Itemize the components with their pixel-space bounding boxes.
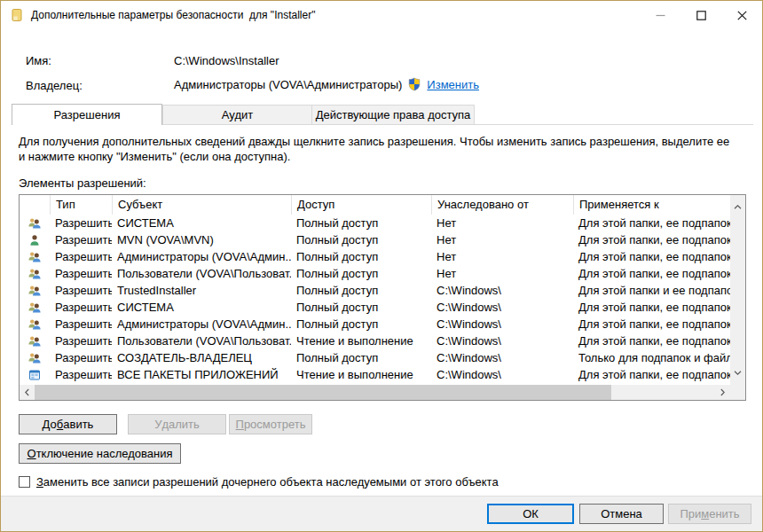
permissions-table: Тип Субъект Доступ Унаследовано от Приме… xyxy=(19,194,746,401)
name-value: C:\Windows\Installer xyxy=(174,54,279,67)
cancel-button[interactable]: Отмена xyxy=(579,504,664,524)
tab-auditing[interactable]: Аудит xyxy=(162,105,312,125)
table-header: Тип Субъект Доступ Унаследовано от Приме… xyxy=(20,195,730,215)
tab-effective-access[interactable]: Действующие права доступа xyxy=(311,105,475,125)
advanced-security-settings-dialog: Дополнительные параметры безопасности дл… xyxy=(0,0,763,532)
group-icon xyxy=(20,265,50,282)
scrollbar-corner xyxy=(730,385,745,400)
header-access[interactable]: Доступ xyxy=(291,195,431,215)
table-row[interactable]: РазрешитьВСЕ ПАКЕТЫ ПРИЛОЖЕНИЙЧтение и в… xyxy=(20,366,730,383)
replace-permissions-label: Заменить все записи разрешений дочернего… xyxy=(36,475,499,489)
cell-access: Полный доступ xyxy=(291,248,431,265)
cell-principal: СОЗДАТЕЛЬ-ВЛАДЕЛЕЦ xyxy=(112,349,291,366)
permission-entries-label: Элементы разрешений: xyxy=(19,176,146,190)
cell-applies: Для этой папки, ее подпапок и файлов xyxy=(573,248,730,265)
table-row[interactable]: РазрешитьПользователи (VOVA\Пользоват...… xyxy=(20,265,730,282)
header-principal[interactable]: Субъект xyxy=(112,195,291,215)
description-text: Для получения дополнительных сведений дв… xyxy=(19,134,734,164)
table-body: РазрешитьСИСТЕМАПолный доступНетДля этой… xyxy=(20,215,730,383)
add-button[interactable]: Добавить xyxy=(19,414,117,434)
window-title: Дополнительные параметры безопасности дл… xyxy=(31,9,315,21)
cell-inherited: C:\Windows\ xyxy=(431,299,573,316)
replace-permissions-checkbox[interactable] xyxy=(19,476,30,488)
cell-type: Разрешить xyxy=(50,231,112,248)
cell-type: Разрешить xyxy=(50,349,112,366)
cell-type: Разрешить xyxy=(50,316,112,332)
cell-inherited: C:\Windows\ xyxy=(431,332,573,349)
name-label: Имя: xyxy=(26,54,51,67)
cell-principal: ВСЕ ПАКЕТЫ ПРИЛОЖЕНИЙ xyxy=(112,366,291,383)
close-button[interactable] xyxy=(721,1,762,29)
app-icon xyxy=(20,366,50,383)
cell-access: Чтение и выполнение xyxy=(291,332,431,349)
group-icon xyxy=(20,316,50,332)
owner-label: Владелец: xyxy=(26,79,83,92)
cell-inherited: C:\Windows\ xyxy=(431,316,573,332)
cell-principal: Пользователи (VOVA\Пользоват... xyxy=(112,265,291,282)
cell-access: Полный доступ xyxy=(291,349,431,366)
cell-type: Разрешить xyxy=(50,215,112,231)
table-row[interactable]: РазрешитьСИСТЕМАПолный доступC:\Windows\… xyxy=(20,299,730,316)
apply-button: Применить xyxy=(668,504,751,524)
uac-shield-icon xyxy=(407,77,421,91)
remove-button: Удалить xyxy=(128,414,226,434)
cell-type: Разрешить xyxy=(50,265,112,282)
change-owner-link[interactable]: Изменить xyxy=(427,78,479,91)
owner-row: Администраторы (VOVA\Администраторы) Изм… xyxy=(174,77,479,91)
scroll-right-icon[interactable] xyxy=(715,385,730,400)
cell-applies: Для этой папки, ее подпапок и файлов xyxy=(573,366,730,383)
maximize-button[interactable] xyxy=(680,1,721,29)
replace-permissions-row: Заменить все записи разрешений дочернего… xyxy=(19,475,499,489)
table-row[interactable]: РазрешитьСОЗДАТЕЛЬ-ВЛАДЕЛЕЦПолный доступ… xyxy=(20,349,730,366)
tab-permissions[interactable]: Разрешения xyxy=(12,104,162,125)
cell-inherited: C:\Windows\ xyxy=(431,282,573,299)
cell-type: Разрешить xyxy=(50,282,112,299)
header-type[interactable]: Тип xyxy=(50,195,112,215)
cell-applies: Для этой папки и ее подпапок xyxy=(573,282,730,299)
ok-button[interactable]: ОК xyxy=(487,504,574,524)
scroll-down-icon[interactable] xyxy=(730,365,745,380)
cell-principal: СИСТЕМА xyxy=(112,299,291,316)
table-row[interactable]: РазрешитьПользователи (VOVA\Пользоват...… xyxy=(20,332,730,349)
cell-inherited: Нет xyxy=(431,215,573,231)
scroll-left-icon[interactable] xyxy=(20,385,35,400)
header-icon-column[interactable] xyxy=(20,195,50,215)
horizontal-scrollbar[interactable] xyxy=(20,385,730,400)
disable-inheritance-button[interactable]: Отключение наследования xyxy=(19,443,181,464)
cell-access: Чтение и выполнение xyxy=(291,366,431,383)
header-applies-to[interactable]: Применяется к xyxy=(573,195,730,215)
cell-applies: Для этой папки, ее подпапок и файлов xyxy=(573,265,730,282)
cell-inherited: C:\Windows\ xyxy=(431,366,573,383)
table-row[interactable]: РазрешитьАдминистраторы (VOVA\Админ...По… xyxy=(20,316,730,332)
user-icon xyxy=(20,231,50,248)
cell-applies: Для этой папки, ее подпапок и файлов xyxy=(573,299,730,316)
cell-applies: Для этой папки, ее подпапок и файлов xyxy=(573,215,730,231)
cell-inherited: Нет xyxy=(431,231,573,248)
cell-principal: СИСТЕМА xyxy=(112,215,291,231)
group-icon xyxy=(20,299,50,316)
cell-principal: Администраторы (VOVA\Админ... xyxy=(112,316,291,332)
table-row[interactable]: РазрешитьTrustedInstallerПолный доступC:… xyxy=(20,282,730,299)
cell-inherited: C:\Windows\ xyxy=(431,349,573,366)
titlebar: Дополнительные параметры безопасности дл… xyxy=(1,1,762,29)
group-icon xyxy=(20,349,50,366)
group-icon xyxy=(20,215,50,231)
scroll-up-icon[interactable] xyxy=(730,200,745,215)
cell-access: Полный доступ xyxy=(291,231,431,248)
header-inherited-from[interactable]: Унаследовано от xyxy=(431,195,573,215)
cell-type: Разрешить xyxy=(50,248,112,265)
cell-type: Разрешить xyxy=(50,332,112,349)
cell-inherited: Нет xyxy=(431,248,573,265)
group-icon xyxy=(20,332,50,349)
cell-applies: Для этой папки, ее подпапок и файлов xyxy=(573,332,730,349)
table-row[interactable]: РазрешитьMVN (VOVA\MVN)Полный доступНетД… xyxy=(20,231,730,248)
cell-principal: TrustedInstaller xyxy=(112,282,291,299)
table-row[interactable]: РазрешитьАдминистраторы (VOVA\Админ...По… xyxy=(20,248,730,265)
cell-access: Полный доступ xyxy=(291,282,431,299)
horizontal-scrollbar-thumb[interactable] xyxy=(35,385,611,400)
minimize-button[interactable] xyxy=(640,1,680,29)
table-row[interactable]: РазрешитьСИСТЕМАПолный доступНетДля этой… xyxy=(20,215,730,231)
cell-principal: MVN (VOVA\MVN) xyxy=(112,231,291,248)
vertical-scrollbar[interactable] xyxy=(730,195,745,385)
cell-access: Полный доступ xyxy=(291,215,431,231)
